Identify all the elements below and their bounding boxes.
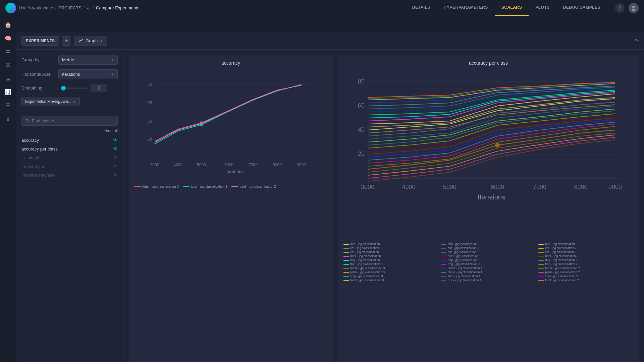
topnav: User's workspace / PROJECTS / ··· / Comp… xyxy=(0,0,644,16)
svg-text:8000: 8000 xyxy=(574,184,587,190)
legend-swatch-apc-8 xyxy=(538,252,544,253)
hide-all-button[interactable]: Hide all xyxy=(21,128,118,133)
svg-text:50: 50 xyxy=(148,119,152,124)
legend-item-apc-21: plane - jpg classification 3 xyxy=(343,270,438,274)
horizontal-axis-row: Horizontal Axis Iterations ▼ xyxy=(21,69,118,79)
search-input[interactable] xyxy=(32,118,114,123)
group-by-select[interactable]: Metric ▼ xyxy=(58,55,118,65)
smoothing-slider-thumb[interactable] xyxy=(61,86,66,90)
graph-button[interactable]: Graph ▼ xyxy=(74,36,107,46)
tab-details[interactable]: DETAILS xyxy=(406,0,437,16)
scalar-list: accuracy 👁 accuracy per class 👁 training… xyxy=(21,136,118,179)
legend-item-apc-5: car - jpg classification 2 xyxy=(538,246,633,250)
svg-text:6000: 6000 xyxy=(224,163,233,167)
svg-text:60: 60 xyxy=(148,82,152,87)
svg-text:Iterations: Iterations xyxy=(478,193,505,201)
legend-swatch-apc-5 xyxy=(538,248,544,249)
svg-rect-3 xyxy=(6,50,10,51)
sidebar-icon-home[interactable]: 🏠 xyxy=(2,19,14,31)
legend-swatch-apc-2 xyxy=(538,244,544,245)
projects-label[interactable]: PROJECTS xyxy=(58,5,82,10)
group-by-row: Group by Metric ▼ xyxy=(21,55,118,65)
tab-plots[interactable]: PLOTS xyxy=(529,0,556,16)
smoothing-slider-track[interactable] xyxy=(61,87,88,89)
scalar-name-accuracy: accuracy xyxy=(21,138,39,143)
legend-item-apc-6: cat - jpg classification 3 xyxy=(343,250,438,254)
tab-hyperparameters[interactable]: HYPERPARAMETERS xyxy=(437,0,495,16)
legend-item-apc-3: car - jpg classification 3 xyxy=(343,246,438,250)
legend-item-apc-19: horse - jpg classification 1 xyxy=(441,266,536,270)
horizontal-axis-select[interactable]: Iterations ▼ xyxy=(58,69,118,79)
accuracy-chart-svg: 60 55 50 45 3000 4000 5000 6000 7000 800… xyxy=(134,70,327,181)
sidebar-icon-shuffle[interactable] xyxy=(2,59,14,71)
legend-swatch-apc-10 xyxy=(441,256,446,257)
legend-swatch-apc-15 xyxy=(343,264,349,265)
eye-icon-training-loss[interactable]: 👁 xyxy=(113,155,118,160)
legend-item-apc-15: frog - jpg classification 3 xyxy=(343,262,438,266)
svg-text:Iterations: Iterations xyxy=(225,169,244,174)
svg-text:45: 45 xyxy=(148,138,152,142)
legend-swatch-apc-27 xyxy=(343,280,349,281)
sidebar-icon-list[interactable]: ☰ xyxy=(2,99,14,111)
scalar-name-monitor-machine: :monitor.machine xyxy=(21,173,55,178)
accuracy-per-class-chart: accuracy per class 80 60 40 20 xyxy=(338,55,639,362)
legend-item-apc-23: plane - jpg classification 2 xyxy=(538,270,633,274)
legend-item-apc-2: bird - jpg classification 2 xyxy=(538,242,633,246)
legend-item-apc-28: truck - jpg classification 1 xyxy=(441,279,536,282)
legend-item-apc-11: deer - jpg classification 2 xyxy=(538,254,633,258)
help-button[interactable]: ? xyxy=(615,3,625,13)
topnav-tabs: DETAILS HYPERPARAMETERS SCALARS PLOTS DE… xyxy=(406,0,607,16)
user-avatar[interactable] xyxy=(629,3,639,13)
legend-item-apc-4: car - jpg classification 1 xyxy=(441,246,536,250)
svg-text:3000: 3000 xyxy=(150,163,159,167)
legend-item-apc-27: truck - jpg classification 3 xyxy=(343,279,438,282)
search-icon xyxy=(25,119,30,123)
svg-text:3000: 3000 xyxy=(361,184,374,190)
eye-icon-monitor-gpu[interactable]: 👁 xyxy=(113,164,118,169)
legend-swatch-apc-7 xyxy=(441,252,446,253)
sidebar-icon-cloud[interactable]: ☁ xyxy=(2,72,14,84)
legend-item-apc-17: frog - jpg classification 2 xyxy=(538,262,633,266)
left-sidebar: 🏠 🧠 ☁ 📊 ☰ xyxy=(0,16,16,362)
legend-swatch-apc-16 xyxy=(441,264,446,265)
accuracy-per-class-title: accuracy per class xyxy=(343,60,633,66)
legend-item-apc-10: deer - jpg classification 1 xyxy=(441,254,536,258)
scalar-item-training-loss[interactable]: training loss 👁 xyxy=(21,153,118,162)
svg-point-2 xyxy=(632,9,636,11)
topnav-right: ? xyxy=(615,3,639,13)
scalar-item-accuracy[interactable]: accuracy 👁 xyxy=(21,136,118,144)
legend-swatch-apc-28 xyxy=(441,280,446,281)
workspace-label[interactable]: User's workspace xyxy=(19,5,53,10)
scalar-item-accuracy-per-class[interactable]: accuracy per class 👁 xyxy=(21,144,118,153)
legend-swatch-apc-9 xyxy=(343,256,349,257)
scalar-item-monitor-gpu[interactable]: :monitor.gpu 👁 xyxy=(21,162,118,171)
legend-swatch-apc-4 xyxy=(441,248,446,249)
legend-item-apc-16: frog - jpg classification 1 xyxy=(441,262,536,266)
add-button[interactable]: + xyxy=(62,36,71,46)
experiments-button[interactable]: EXPERIMENTS xyxy=(21,36,59,46)
sidebar-icon-chart[interactable]: 📊 xyxy=(2,86,14,98)
scalar-name-training-loss: training loss xyxy=(21,155,45,160)
svg-text:60: 60 xyxy=(358,102,365,109)
eye-icon-accuracy[interactable]: 👁 xyxy=(113,137,118,143)
legend-swatch-apc-29 xyxy=(538,280,544,281)
legend-item-apc-22: plane - jpg classification 1 xyxy=(441,270,536,274)
sidebar-icon-plug[interactable] xyxy=(2,113,14,125)
refresh-icon[interactable]: ⟳ xyxy=(634,38,639,44)
svg-text:4000: 4000 xyxy=(402,184,415,190)
eye-icon-monitor-machine[interactable]: 👁 xyxy=(113,172,118,178)
svg-text:7000: 7000 xyxy=(249,163,258,167)
sidebar-icon-brain[interactable]: 🧠 xyxy=(2,32,14,44)
moving-avg-button[interactable]: Exponential Moving Ave... ▼ xyxy=(21,97,80,106)
legend-swatch-apc-19 xyxy=(441,268,446,269)
tab-debug-samples[interactable]: DEBUG SAMPLES xyxy=(556,0,607,16)
compare-experiments-label: Compare Experiments xyxy=(96,5,139,10)
tab-scalars[interactable]: SCALARS xyxy=(495,0,529,16)
sidebar-icon-layers[interactable] xyxy=(2,46,14,58)
smoothing-value: 0 xyxy=(91,84,107,92)
legend-item-apc-12: dog - jpg classification 3 xyxy=(343,258,438,262)
scalar-item-monitor-machine[interactable]: :monitor.machine 👁 xyxy=(21,171,118,179)
eye-icon-accuracy-per-class[interactable]: 👁 xyxy=(113,146,118,152)
search-box[interactable] xyxy=(21,116,118,126)
legend-swatch-apc-25 xyxy=(441,276,446,277)
